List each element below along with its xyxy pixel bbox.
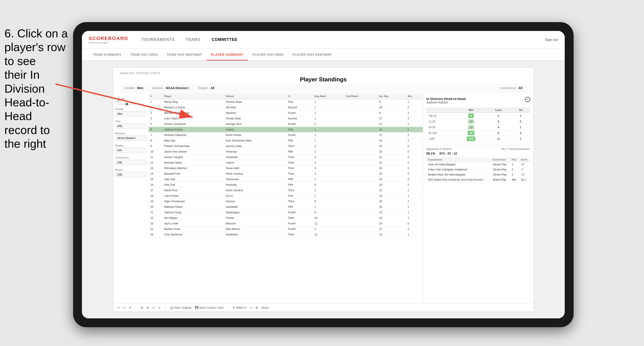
table-row[interactable]: 16 Alex Goff Kentucky Fifth 8 19 0	[148, 182, 423, 188]
h2h-row-100plus[interactable]: >100 578 11 1	[426, 136, 530, 142]
toolbar-add[interactable]: ⊕	[146, 306, 149, 309]
table-row[interactable]: 5 Christo Lamprecht Georgia Tech Fourth …	[148, 121, 423, 127]
h2h-row-11-25[interactable]: 11-25 20 9 5	[426, 119, 530, 125]
table-area: # Player School Yr Reg Rank Conf Rank No…	[148, 94, 423, 303]
filter-division: Division: NCAA Division I	[152, 86, 189, 90]
h2h-close-btn[interactable]: ×	[525, 97, 530, 102]
table-row[interactable]: 17 David Ford North Carolina Third 2 21 …	[148, 188, 423, 193]
toolbar-share[interactable]: Share	[261, 306, 269, 309]
main-content: Update time: 27/03/2024 16:56:26 Player …	[82, 61, 565, 318]
nav-tournaments[interactable]: TOURNAMENTS	[142, 36, 175, 43]
no-rds-label: No Rds.	[118, 98, 144, 100]
sidebar-year-label: Year	[116, 120, 146, 123]
tournament-row[interactable]: Fallon Oak Collegiate Invitational Strok…	[426, 167, 530, 172]
filter-row: Gender: Men Division: NCAA Division I Re…	[120, 84, 527, 92]
sidebar-division-label: Division	[116, 132, 146, 135]
table-row[interactable]: 14 Maxwell Ford North Carolina Third 3 2…	[148, 171, 423, 177]
sub-nav-player-h2h-grid[interactable]: PLAYER H2H GRID	[248, 49, 288, 61]
table-row[interactable]: 4 Luke Claton Florida State Second 1 27 …	[148, 116, 423, 121]
toolbar-sep2	[165, 305, 165, 310]
table-row[interactable]: 3 Michael Thorbjornsen Stanford Fourth 1…	[148, 110, 423, 116]
t-col-pos: Pos	[510, 158, 519, 162]
table-row[interactable]: 19 Tiger Christensen Arizona Third 8 23 …	[148, 199, 423, 204]
sidebar-conference: Conference (All)	[116, 156, 146, 165]
sub-nav-player-summary[interactable]: PLAYER SUMMARY	[206, 49, 248, 61]
table-row[interactable]: 7 Nicholas Gabrelcik North Florida Fourt…	[148, 132, 423, 138]
toolbar-undo[interactable]: ↩	[118, 306, 120, 309]
table-row[interactable]: 22 Ian Gilligan Florida Third 10 24 1	[148, 215, 423, 221]
col-player: Player	[162, 94, 224, 99]
toolbar-sep1	[136, 305, 136, 310]
table-row[interactable]: 11 Gordon Sargent Vanderbilt Third 4 21 …	[148, 155, 423, 160]
table-row[interactable]: 9 Preston Summerhays Arizona State Third…	[148, 144, 423, 149]
nav-committee[interactable]: COMMITTEE	[212, 36, 238, 43]
tournament-row[interactable]: Amer Ari Intercollegiate Stroke Play 4 -…	[426, 162, 530, 167]
slider-track[interactable]	[118, 104, 144, 105]
t-col-type: Event Type	[491, 158, 510, 162]
table-row[interactable]: 24 Bastian Amat New Mexico Fourth 1 27 2	[148, 226, 423, 232]
panel-body: No Rds. 6 Gender Men	[113, 94, 534, 303]
sub-nav-team-h2h-grid[interactable]: TEAM H2H GRID	[126, 49, 162, 61]
toolbar-layout[interactable]: ⊞	[256, 306, 258, 309]
table-row[interactable]: 20 Matthew Riedel Vanderbilt Fifth 1 26 …	[148, 204, 423, 210]
sub-nav-team-summary[interactable]: TEAM SUMMARY	[88, 49, 126, 61]
opponents-row: Opponents in division: W-L-T record in-d…	[426, 148, 530, 151]
sidebar-gender: Gender Men	[116, 108, 146, 117]
toolbar-refresh[interactable]: ⟳	[129, 306, 132, 309]
table-row[interactable]: 1 Wenyi Ding Arizona State First 1 8 1	[148, 99, 423, 105]
h2h-row-top10[interactable]: Top 10 8 3 2	[426, 113, 530, 119]
table-row[interactable]: 23 Jack Lundin Missouri Fourth 11 24 0	[148, 221, 423, 226]
sub-nav-team-h2h-heatmap[interactable]: TEAM H2H HEATMAP	[162, 49, 206, 61]
table-row[interactable]: 8 Mats Ege East Tennessee State Fifth 1 …	[148, 138, 423, 144]
sidebar-region-control[interactable]: N/A	[116, 148, 146, 153]
table-row[interactable]: 12 Brendan Valles Auburn Third 1 22 0	[148, 160, 423, 166]
table-row[interactable]: 13 Phichaksn Maichon Texas A&M Third 6 3…	[148, 166, 423, 171]
toolbar-undo2[interactable]: ↩	[123, 306, 126, 309]
h2h-col-win: Win	[456, 107, 486, 113]
table-row[interactable]: 10 Jacob Voss Olesen Arkansas Fifth 1 25…	[148, 149, 423, 155]
h2h-col-range	[426, 107, 456, 113]
tournament-row[interactable]: Mirabel Maui Jim Intercollegiate Stroke …	[426, 172, 530, 177]
sidebar-gender-label: Gender	[116, 108, 146, 110]
table-row[interactable]: 2 Michael La Sasso Ole Miss Second 1 18 …	[148, 105, 423, 110]
sub-nav-player-h2h-heatmap[interactable]: PLAYER H2H HEATMAP	[288, 49, 336, 61]
sidebar-conference-label: Conference	[116, 156, 146, 159]
panel-header: Update time: 27/03/2024 16:56:26 Player …	[113, 68, 534, 94]
nav-right: Sign out	[545, 38, 558, 42]
opponents-label: Opponents in division:	[426, 148, 452, 151]
sidebar-year: Year (All)	[116, 120, 146, 129]
toolbar-grid[interactable]: ⊞	[141, 306, 143, 309]
no-rds-value: 6	[118, 100, 144, 103]
toolbar-watch[interactable]: 👁 Watch ▾	[232, 306, 247, 309]
table-header-row: # Player School Yr Reg Rank Conf Rank No…	[148, 94, 423, 99]
tablet-screen: SCOREBOARD Powered by clippi TOURNAMENTS…	[82, 31, 565, 318]
col-rds: No. Rds.	[377, 94, 406, 99]
filter-gender: Gender: Men	[124, 86, 144, 90]
table-row[interactable]: 15 Jake Hall Tennessee Fifth 1 18 0	[148, 177, 423, 182]
sidebar-division-control[interactable]: NCAA Division I	[116, 136, 146, 141]
table-row[interactable]: 21 Taehoon Song Washington Fourth 6 23 1	[148, 210, 423, 215]
sidebar-conference-control[interactable]: (All)	[116, 160, 146, 165]
toolbar-save-custom[interactable]: 💾 Save Custom View	[195, 306, 224, 309]
h2h-row-51-100[interactable]: 51-100 46 6 3	[426, 130, 530, 136]
sidebar-year-control[interactable]: (All)	[116, 123, 146, 129]
table-row[interactable]: 6 Jackson Koivun Auburn First 1 19 1	[148, 127, 423, 132]
toolbar-export[interactable]: ↗	[250, 306, 252, 309]
h2h-row-26-50[interactable]: 26-50 22 4 1	[426, 125, 530, 130]
slider-thumb[interactable]	[126, 103, 128, 105]
sidebar-player-control[interactable]: (All)	[116, 172, 146, 177]
tournament-row[interactable]: SEC Match Play Hosted by Jerry Pata Roun…	[426, 177, 530, 182]
col-reg-rank: Reg Rank	[313, 94, 344, 99]
table-row[interactable]: 25 Cole Sherwood Vanderbilt Third 12 23 …	[148, 232, 423, 237]
tournament-table: Tournament Event Type Pos Score Amer Ari…	[426, 158, 530, 182]
table-row[interactable]: 18 Luke Powell UCLA First 1 24 1	[148, 193, 423, 199]
sidebar-gender-control[interactable]: Men	[116, 111, 146, 117]
toolbar-shape[interactable]: ◻	[152, 306, 154, 309]
sign-out-link[interactable]: Sign out	[545, 38, 558, 42]
update-time: 27/03/2024 16:56:26	[136, 72, 160, 75]
tournament-header-row: Tournament Event Type Pos Score	[426, 158, 530, 162]
nav-teams[interactable]: TEAMS	[186, 36, 201, 43]
sidebar-division: Division NCAA Division I	[116, 132, 146, 141]
toolbar-time[interactable]: ◷	[158, 306, 160, 309]
toolbar-view-original[interactable]: 📊 View: Original	[170, 306, 192, 309]
